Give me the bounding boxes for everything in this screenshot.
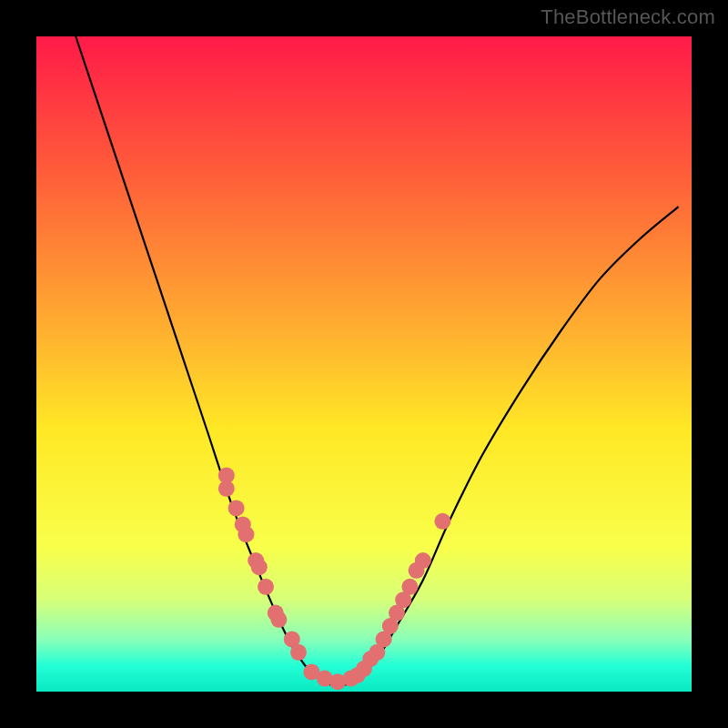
data-marker [401,579,418,595]
data-marker [415,552,431,569]
data-marker [228,500,245,516]
data-marker [434,513,450,530]
watermark-text: TheBottleneck.com [541,5,715,29]
plot-area [36,36,692,692]
data-marker [238,526,254,542]
data-marker [258,579,274,595]
data-marker [251,559,268,575]
gradient-background [36,36,692,692]
data-marker [218,480,235,497]
bottleneck-chart [36,36,692,692]
chart-frame: TheBottleneck.com [0,0,728,728]
data-marker [270,612,287,628]
data-marker [290,644,307,661]
